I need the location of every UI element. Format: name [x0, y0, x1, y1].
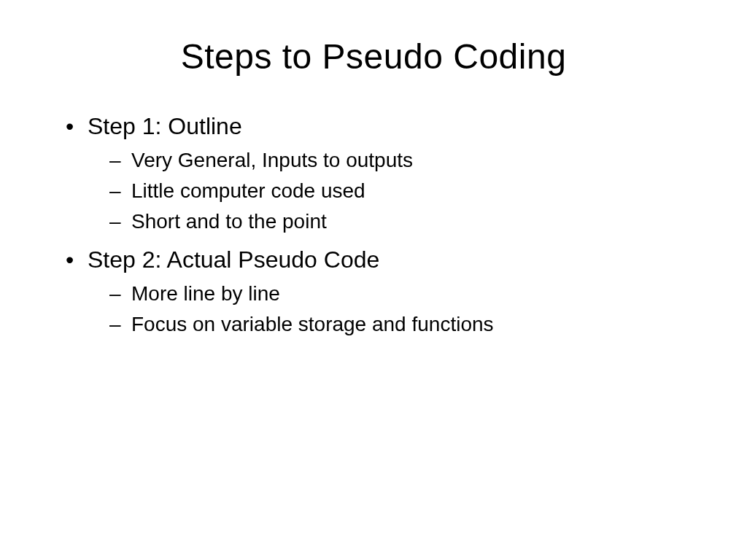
- sub-bullet-list: More line by line Focus on variable stor…: [88, 282, 696, 336]
- list-item: Focus on variable storage and functions: [88, 313, 696, 336]
- list-item: Little computer code used: [88, 179, 696, 203]
- slide-content: Step 1: Outline Very General, Inputs to …: [51, 113, 696, 336]
- list-item: Step 2: Actual Pseudo Code More line by …: [66, 246, 696, 336]
- list-item: Step 1: Outline Very General, Inputs to …: [66, 113, 696, 233]
- list-item: More line by line: [88, 282, 696, 306]
- bullet-list: Step 1: Outline Very General, Inputs to …: [66, 113, 696, 336]
- bullet-label: Step 1: Outline: [88, 113, 242, 139]
- list-item: Very General, Inputs to outputs: [88, 149, 696, 172]
- slide-title: Steps to Pseudo Coding: [51, 36, 696, 77]
- bullet-label: Step 2: Actual Pseudo Code: [88, 246, 379, 273]
- sub-bullet-list: Very General, Inputs to outputs Little c…: [88, 149, 696, 233]
- list-item: Short and to the point: [88, 210, 696, 233]
